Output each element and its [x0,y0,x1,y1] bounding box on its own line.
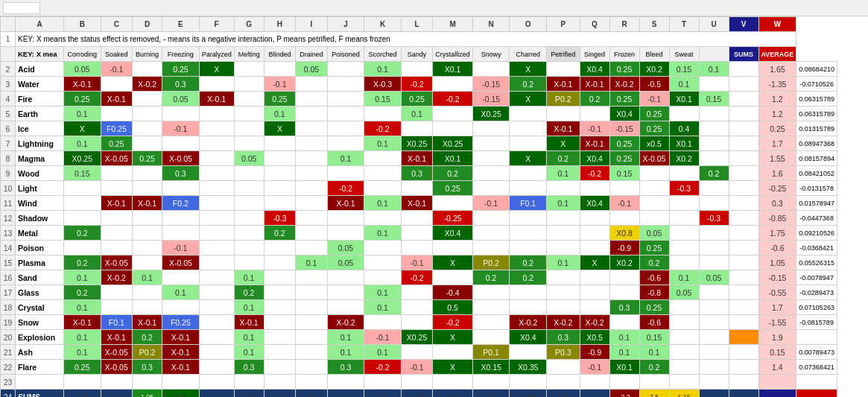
cell[interactable]: 0.25 [639,241,669,255]
cell[interactable] [669,107,699,121]
cell[interactable] [364,241,402,255]
cell[interactable] [296,136,328,151]
col-header-e[interactable]: E [162,17,200,32]
cell[interactable] [472,300,510,315]
cell[interactable]: 0.05 [639,226,669,241]
cell[interactable] [510,375,547,390]
cell[interactable] [199,226,234,241]
col-header-u[interactable]: U [699,17,729,32]
cell[interactable] [401,226,433,241]
cell[interactable]: -0.1 [639,92,669,107]
cell[interactable] [133,300,162,315]
cell[interactable]: -2.2 [609,390,639,398]
cell[interactable] [162,300,200,315]
cell[interactable] [234,196,264,211]
cell[interactable] [401,241,433,255]
cell[interactable]: -0.15 [609,121,639,136]
cell[interactable] [699,345,729,360]
cell[interactable]: X-0.1 [133,315,162,330]
cell[interactable] [580,375,609,390]
cell[interactable] [472,315,510,330]
cell[interactable]: X0.4 [580,151,609,166]
cell[interactable]: -0.2 [364,360,402,375]
cell[interactable]: X-0.2 [580,315,609,330]
cell[interactable] [199,330,234,345]
cell[interactable] [699,241,729,255]
cell[interactable] [510,166,547,181]
cell[interactable]: 0.2 [264,226,296,241]
cell[interactable] [472,226,510,241]
col-header-k[interactable]: K [364,17,402,32]
cell[interactable] [729,255,758,270]
cell[interactable] [546,241,580,255]
cell[interactable]: -0.1 [609,196,639,211]
cell[interactable] [133,285,162,300]
cell[interactable] [699,300,729,315]
cell[interactable] [199,285,234,300]
cell[interactable] [162,226,200,241]
cell[interactable]: -0.8 [639,285,669,300]
cell[interactable]: 0.3 [401,166,433,181]
cell[interactable]: -0.6 [758,241,796,255]
cell[interactable] [609,181,639,196]
cell[interactable] [133,92,162,107]
cell[interactable]: 0.1 [546,255,580,270]
cell[interactable]: X0.25 [433,136,473,151]
cell[interactable] [101,107,133,121]
cell[interactable] [296,315,328,330]
cell[interactable] [796,330,837,345]
cell[interactable] [546,270,580,285]
cell[interactable] [234,226,264,241]
col-header-d[interactable]: D [133,17,162,32]
cell[interactable]: F0.25 [162,315,200,330]
cell[interactable]: x0.5 [639,136,669,151]
cell[interactable]: 0.15 [699,92,729,107]
cell[interactable] [669,300,699,315]
cell[interactable] [296,77,328,92]
cell[interactable] [364,151,402,166]
cell[interactable] [729,166,758,181]
cell[interactable]: 0.1 [546,196,580,211]
cell[interactable] [401,121,433,136]
cell[interactable]: -0.1 [580,121,609,136]
cell[interactable] [296,226,328,241]
cell[interactable]: 0.1 [699,62,729,77]
cell[interactable] [296,107,328,121]
cell[interactable]: -0.5 [639,77,669,92]
cell[interactable] [364,375,402,390]
cell[interactable] [639,181,669,196]
cell[interactable] [699,136,729,151]
cell[interactable] [699,360,729,375]
cell[interactable] [199,300,234,315]
cell[interactable]: 0.25 [639,300,669,315]
cell[interactable]: -0.25 [433,211,473,226]
cell[interactable] [699,181,729,196]
cell[interactable]: 0.1 [364,136,402,151]
cell[interactable]: X0.4 [580,62,609,77]
cell[interactable]: 0.01315789 [796,121,837,136]
cell[interactable] [669,241,699,255]
cell[interactable] [669,211,699,226]
cell[interactable] [296,285,328,300]
cell[interactable] [133,166,162,181]
cell[interactable] [296,92,328,107]
cell[interactable]: 0.1 [364,196,402,211]
cell[interactable] [669,330,699,345]
cell[interactable] [162,107,200,121]
cell[interactable]: 1.75 [758,226,796,241]
cell[interactable]: 0.1 [327,345,364,360]
cell[interactable]: -0.05 [401,390,433,398]
cell[interactable] [669,255,699,270]
cell[interactable] [758,375,796,390]
cell[interactable] [729,77,758,92]
cell[interactable] [101,166,133,181]
cell[interactable]: -0.6 [639,315,669,330]
cell[interactable] [546,360,580,375]
cell[interactable]: 0.1 [296,255,328,270]
cell[interactable]: 0.2 [234,285,264,300]
cell[interactable]: 0.1 [364,300,402,315]
cell[interactable] [199,196,234,211]
cell[interactable] [699,151,729,166]
cell[interactable] [580,285,609,300]
cell[interactable] [264,136,296,151]
